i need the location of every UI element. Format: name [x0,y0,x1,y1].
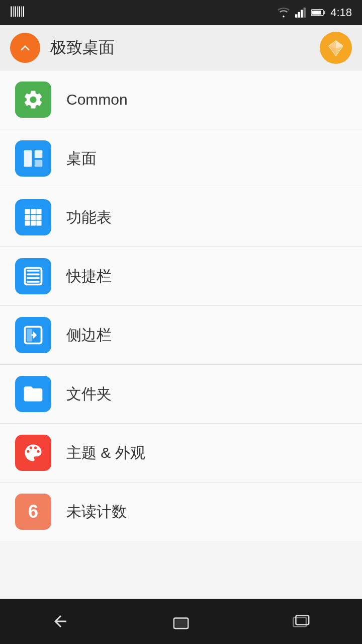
svg-rect-3 [17,7,18,17]
svg-rect-9 [301,10,303,18]
svg-rect-29 [31,220,36,225]
svg-rect-7 [295,14,297,18]
desktop-label: 桌面 [66,148,97,169]
nav-home-button[interactable] [121,599,241,644]
grid-icon [22,206,44,228]
menu-item-common[interactable]: Common [0,70,362,129]
svg-rect-35 [27,281,40,283]
folder-icon-wrap [15,376,51,412]
back-button[interactable] [10,33,40,63]
svg-rect-28 [25,220,30,225]
svg-rect-33 [27,277,40,279]
unread-badge: 6 [28,501,38,522]
function-table-icon-wrap [15,199,51,235]
svg-rect-27 [36,215,41,220]
svg-rect-20 [35,150,43,158]
menu-item-quickbar[interactable]: 快捷栏 [0,247,362,306]
status-bar: 4:18 [0,0,362,25]
menu-item-function-table[interactable]: 功能表 [0,188,362,247]
folder-label: 文件夹 [66,384,112,405]
svg-rect-26 [31,215,36,220]
sidebar-icon [22,324,44,346]
menu-item-desktop[interactable]: 桌面 [0,129,362,188]
home-icon [172,612,190,630]
svg-rect-10 [304,8,306,18]
svg-rect-30 [36,220,41,225]
chevron-up-icon [18,40,33,55]
premium-button[interactable] [320,32,352,64]
app-bar-title: 极致桌面 [50,37,320,59]
app-bar: 极致桌面 [0,25,362,70]
svg-rect-1 [13,7,14,17]
wifi-icon [277,7,290,18]
settings-icon [22,89,44,111]
svg-rect-0 [11,7,12,17]
menu-item-sidebar[interactable]: 侧边栏 [0,306,362,365]
theme-icon-wrap [15,435,51,471]
common-icon-wrap [15,82,51,118]
svg-rect-13 [324,11,325,14]
recents-icon [293,612,311,630]
svg-rect-2 [15,7,16,17]
battery-icon [311,8,325,17]
quickbar-icon [22,265,44,287]
status-bar-left [10,5,24,21]
svg-rect-6 [23,7,24,17]
bottom-nav [0,599,362,644]
sidebar-label: 侧边栏 [66,325,112,346]
status-icons: 4:18 [277,6,352,19]
svg-rect-8 [298,12,300,18]
status-time: 4:18 [330,6,352,19]
unread-icon-wrap: 6 [15,494,51,530]
desktop-icon-wrap [15,140,51,177]
svg-rect-34 [27,270,40,272]
folder-icon [22,383,44,405]
signal-icon [295,7,306,18]
svg-rect-32 [27,274,40,276]
palette-icon [22,442,44,464]
menu-list: Common 桌面 功能表 [0,70,362,599]
function-table-label: 功能表 [66,207,112,228]
svg-rect-19 [24,150,32,167]
barcode-icon [10,5,24,19]
svg-rect-22 [25,209,30,214]
nav-back-button[interactable] [0,599,121,644]
sidebar-icon-wrap [15,317,51,353]
svg-rect-39 [175,619,187,627]
back-arrow-icon [51,612,69,630]
unread-label: 未读计数 [66,502,127,522]
theme-label: 主题 & 外观 [66,443,145,463]
menu-item-folder[interactable]: 文件夹 [0,365,362,424]
nav-recents-button[interactable] [241,599,362,644]
diamond-icon [327,39,345,57]
desktop-icon [22,147,44,170]
svg-rect-23 [31,209,36,214]
menu-item-theme[interactable]: 主题 & 外观 [0,424,362,482]
svg-rect-5 [21,7,22,17]
svg-rect-12 [312,11,321,15]
quickbar-icon-wrap [15,258,51,294]
svg-rect-24 [36,209,41,214]
menu-item-unread[interactable]: 6 未读计数 [0,482,362,541]
svg-rect-25 [25,215,30,220]
svg-rect-21 [35,160,43,167]
svg-rect-4 [19,7,20,17]
quickbar-label: 快捷栏 [66,266,112,287]
common-label: Common [66,91,128,108]
